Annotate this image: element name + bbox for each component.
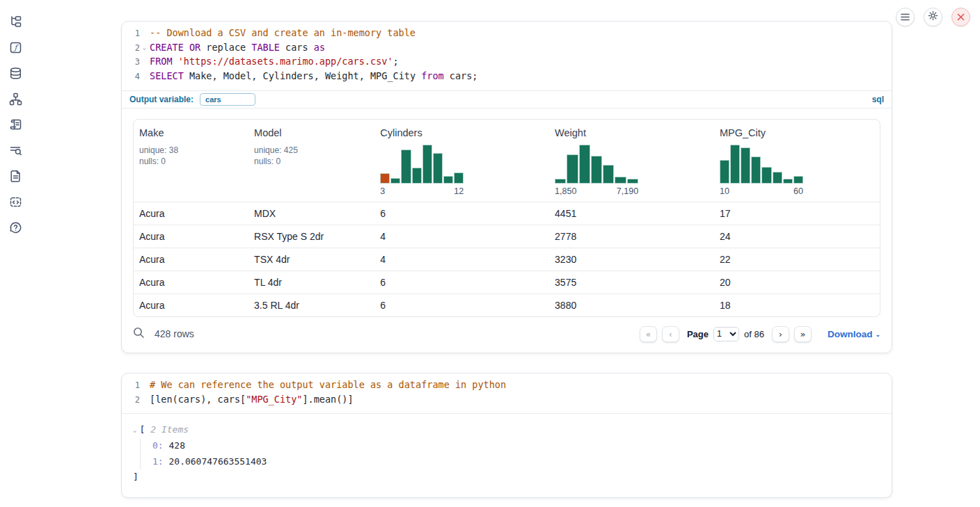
page-label: Page: [687, 329, 709, 339]
settings-button[interactable]: [924, 8, 942, 26]
code-line: 2[len(cars), cars["MPG_City"].mean()]: [122, 393, 892, 408]
menu-button[interactable]: [896, 8, 915, 26]
table-cell: 4451: [549, 208, 714, 219]
documentation-sidebar-button[interactable]: [8, 170, 22, 184]
scratchpad-scroll-icon: [9, 118, 22, 134]
python-cell: 1# We can reference the output variable …: [121, 373, 892, 498]
table-row[interactable]: Acura3.5 RL 4dr6388018: [134, 293, 880, 316]
column-name: Model: [254, 127, 369, 138]
tree-entry-value: 20.060747663551403: [164, 456, 267, 467]
code-token: ;: [393, 56, 399, 67]
database-sidebar-button[interactable]: [8, 67, 22, 81]
next-page-button[interactable]: ›: [772, 326, 789, 342]
code-token: OR: [189, 42, 200, 53]
code-text[interactable]: -- Download a CSV and create an in-memor…: [149, 26, 416, 41]
shutdown-button[interactable]: [951, 8, 970, 26]
histogram-bar: [603, 165, 614, 184]
last-page-button[interactable]: »: [794, 326, 812, 342]
axis-max-label: 7,190: [617, 186, 638, 196]
code-token: -- Download a CSV and create an in-memor…: [150, 27, 416, 38]
fold-gutter: [140, 70, 149, 84]
output-variable-input[interactable]: [200, 93, 255, 106]
table-cell: 6: [374, 277, 549, 288]
line-number: 1: [122, 378, 140, 393]
table-body: AcuraMDX6445117AcuraRSX Type S 2dr427782…: [134, 202, 880, 316]
column-header-weight[interactable]: Weight1,8507,190: [549, 120, 714, 202]
menu-icon: [901, 11, 910, 24]
histogram-bar: [390, 178, 400, 184]
column-name: Make: [139, 127, 243, 138]
code-token: cars: [280, 42, 314, 53]
collapse-chevron-icon[interactable]: ⌄: [133, 423, 136, 437]
column-header-model[interactable]: Modelunique: 425nulls: 0: [248, 120, 374, 202]
histogram-bar: [783, 179, 793, 184]
table-cell: 4: [374, 254, 549, 265]
column-histogram[interactable]: [555, 145, 638, 184]
axis-min-label: 1,850: [555, 186, 576, 196]
line-number: 2: [122, 41, 140, 56]
axis-max-label: 60: [793, 186, 803, 196]
notebook: 1-- Download a CSV and create an in-memo…: [121, 21, 892, 507]
table-output: Makeunique: 38nulls: 0Modelunique: 425nu…: [122, 108, 892, 317]
file-tree-sidebar-button[interactable]: [8, 16, 22, 30]
python-code-editor[interactable]: 1# We can reference the output variable …: [122, 373, 892, 414]
previous-page-button[interactable]: ‹: [662, 326, 679, 342]
table-cell: 3230: [549, 254, 714, 265]
column-histogram[interactable]: [380, 145, 464, 184]
data-table: Makeunique: 38nulls: 0Modelunique: 425nu…: [133, 119, 880, 317]
column-header-make[interactable]: Makeunique: 38nulls: 0: [134, 120, 248, 202]
code-text[interactable]: # We can reference the output variable a…: [149, 378, 506, 393]
page-select[interactable]: 1: [713, 327, 739, 341]
tree-entry-key: 1:: [152, 456, 164, 467]
logs-search-sidebar-button[interactable]: [8, 145, 22, 159]
tree-root-row: ⌄ [ 2 Items: [133, 423, 880, 437]
fold-gutter: [140, 393, 149, 408]
code-text[interactable]: SELECT Make, Model, Cylinders, Weight, M…: [149, 70, 477, 84]
histogram-bar: [422, 145, 432, 184]
scratchpad-scroll-sidebar-button[interactable]: [8, 119, 22, 133]
code-token: cars;: [444, 70, 478, 81]
column-name: MPG_City: [720, 127, 874, 138]
histogram-bar: [761, 167, 771, 184]
gear-icon: [928, 10, 938, 24]
search-button[interactable]: [133, 327, 145, 341]
histogram-bar: [773, 172, 782, 184]
download-button[interactable]: Download ⌄: [828, 329, 880, 339]
histogram-axis: 1,8507,190: [555, 186, 638, 196]
dependency-graph-icon: [9, 92, 22, 108]
code-text[interactable]: CREATE OR replace TABLE cars as: [149, 41, 325, 56]
help-sidebar-button[interactable]: [8, 222, 22, 236]
table-row[interactable]: AcuraRSX Type S 2dr4277824: [134, 225, 880, 248]
function-sidebar-button[interactable]: ƒ: [8, 42, 22, 56]
histogram-bar: [615, 177, 626, 184]
histogram-bar: [433, 153, 443, 184]
table-row[interactable]: AcuraTSX 4dr4323022: [134, 248, 880, 271]
code-token: ].mean()]: [302, 394, 353, 405]
page-total: of 86: [744, 329, 764, 339]
sql-code-editor[interactable]: 1-- Download a CSV and create an in-memo…: [122, 22, 892, 90]
column-header-cylinders[interactable]: Cylinders312: [374, 120, 549, 202]
table-row[interactable]: AcuraTL 4dr6357520: [134, 271, 880, 293]
column-header-mpg_city[interactable]: MPG_City1060: [714, 120, 880, 202]
line-number: 1: [122, 26, 140, 41]
table-cell: TL 4dr: [248, 277, 374, 288]
histogram-bar: [380, 173, 390, 184]
dependency-graph-sidebar-button[interactable]: [8, 93, 22, 107]
code-text[interactable]: [len(cars), cars["MPG_City"].mean()]: [149, 393, 354, 408]
open-bracket: [: [139, 423, 145, 437]
help-icon: [9, 221, 22, 237]
code-text[interactable]: FROM 'https://datasets.marimo.app/cars.c…: [149, 55, 399, 70]
documentation-icon: [9, 170, 22, 186]
first-page-button[interactable]: «: [640, 326, 657, 342]
histogram-bar: [741, 147, 750, 184]
snippets-code-sidebar-button[interactable]: [8, 196, 22, 210]
code-line: 3FROM 'https://datasets.marimo.app/cars.…: [122, 55, 892, 70]
column-histogram[interactable]: [720, 145, 803, 184]
tree-entry: 0: 428: [152, 438, 880, 454]
table-cell: 18: [714, 300, 880, 311]
table-row[interactable]: AcuraMDX6445117: [134, 202, 880, 225]
table-cell: 2778: [549, 231, 714, 242]
code-token: SELECT: [150, 70, 184, 81]
fold-toggle-icon[interactable]: ⌄: [140, 41, 149, 56]
histogram-axis: 312: [380, 186, 464, 196]
